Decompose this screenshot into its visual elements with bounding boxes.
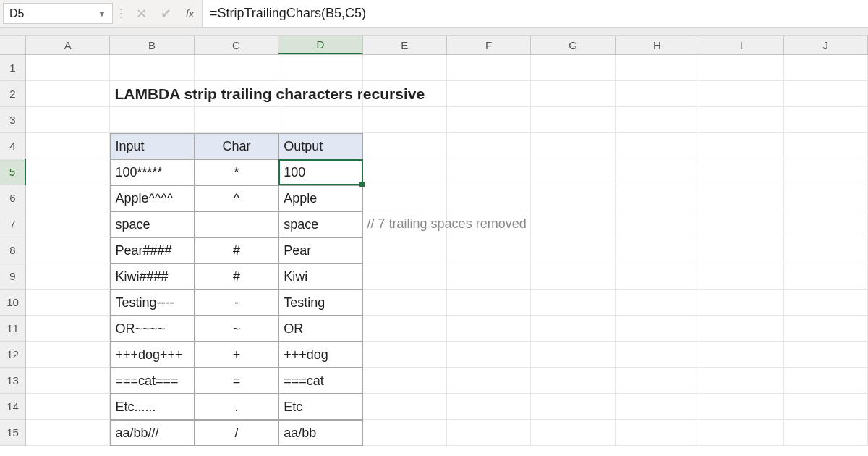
cell[interactable] [616,263,699,290]
cell[interactable] [531,394,615,420]
table-cell[interactable]: Kiwi#### [110,263,194,290]
row-header[interactable]: 10 [0,290,26,316]
cell[interactable] [616,185,699,211]
col-header[interactable]: A [26,36,110,54]
cell[interactable] [616,368,699,394]
cell[interactable] [26,394,110,420]
cell[interactable] [699,342,783,368]
cancel-icon[interactable]: ✕ [129,0,153,27]
cell[interactable] [447,55,531,81]
cell[interactable] [531,342,615,368]
cell[interactable] [616,55,699,81]
cell[interactable] [447,368,531,394]
table-cell[interactable]: +++dog+++ [110,342,194,368]
cell[interactable] [699,81,783,107]
cell[interactable] [531,316,615,342]
cell[interactable] [784,81,868,107]
row-header[interactable]: 6 [0,185,26,211]
row-header[interactable]: 13 [0,368,26,394]
cell[interactable] [784,368,868,394]
cell[interactable] [26,107,110,133]
cell[interactable] [616,420,699,446]
cell[interactable] [447,107,531,133]
row-header[interactable]: 11 [0,316,26,342]
cell[interactable] [363,237,447,263]
table-cell[interactable]: Testing---- [110,290,194,316]
cell[interactable] [616,133,699,159]
table-cell[interactable]: Etc [278,394,362,420]
cell[interactable] [447,394,531,420]
table-header[interactable]: Output [278,133,362,159]
cell[interactable] [531,368,615,394]
cell[interactable] [447,342,531,368]
cell[interactable] [447,185,531,211]
cell[interactable] [784,290,868,316]
table-cell[interactable]: Testing [278,290,362,316]
cell[interactable] [447,211,531,237]
cell[interactable] [447,133,531,159]
cell[interactable] [699,316,783,342]
table-cell[interactable]: Etc...... [110,394,194,420]
col-header[interactable]: C [195,36,278,54]
cell[interactable] [531,263,615,290]
cell[interactable] [616,107,699,133]
cell[interactable] [26,185,110,211]
cell[interactable] [363,133,447,159]
row-header[interactable]: 7 [0,211,26,237]
cell[interactable] [26,159,110,185]
col-header[interactable]: E [363,36,447,54]
table-cell[interactable]: 100***** [110,159,194,185]
cell[interactable] [363,342,447,368]
cell[interactable] [531,420,615,446]
table-cell[interactable]: space [278,211,362,237]
row-header[interactable]: 14 [0,394,26,420]
cell[interactable] [699,290,783,316]
chevron-down-icon[interactable]: ▼ [98,9,106,19]
cell[interactable] [278,55,362,81]
cell[interactable] [447,237,531,263]
cell[interactable] [26,133,110,159]
name-box[interactable]: D5 ▼ [3,3,113,24]
cell[interactable] [531,107,615,133]
cell[interactable] [699,159,783,185]
cell[interactable] [278,107,362,133]
cell[interactable] [784,237,868,263]
cell[interactable] [26,420,110,446]
cell[interactable] [447,159,531,185]
col-header[interactable]: H [616,36,699,54]
cell[interactable] [26,55,110,81]
table-cell[interactable]: OR [278,316,362,342]
cell[interactable] [699,263,783,290]
cell[interactable] [531,185,615,211]
row-header[interactable]: 3 [0,107,26,133]
row-header[interactable]: 12 [0,342,26,368]
cell[interactable] [363,107,447,133]
cell[interactable] [784,342,868,368]
cell[interactable] [784,185,868,211]
cell[interactable] [531,290,615,316]
row-header[interactable]: 5 [0,159,26,185]
cell[interactable] [447,81,531,107]
enter-icon[interactable]: ✔ [153,0,178,27]
row-header[interactable]: 9 [0,263,26,290]
cell[interactable] [616,316,699,342]
table-cell[interactable]: ~ [195,316,278,342]
cell[interactable] [616,342,699,368]
cell[interactable] [531,55,615,81]
col-header[interactable]: B [110,36,194,54]
cell[interactable] [699,185,783,211]
table-cell[interactable]: OR~~~~ [110,316,194,342]
cell[interactable] [699,237,783,263]
table-cell[interactable]: * [195,159,278,185]
cell[interactable] [363,159,447,185]
cell[interactable] [784,107,868,133]
table-cell[interactable]: Pear#### [110,237,194,263]
cell[interactable] [363,185,447,211]
cell[interactable] [447,263,531,290]
table-cell[interactable]: # [195,237,278,263]
cell[interactable] [363,368,447,394]
formula-input[interactable]: =StripTrailingChars(B5,C5) [203,0,868,27]
cell[interactable] [531,237,615,263]
col-header[interactable]: F [447,36,531,54]
col-header[interactable]: D [278,36,362,54]
